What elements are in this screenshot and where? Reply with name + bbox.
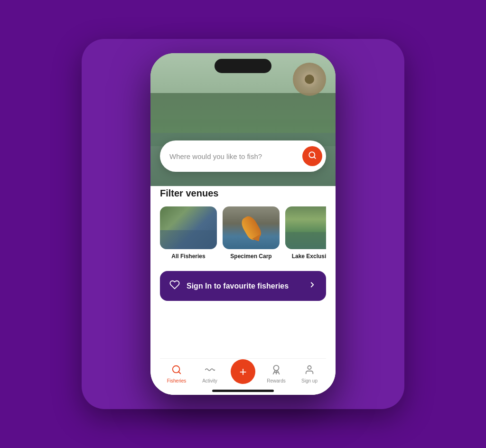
chevron-right-icon: [308, 280, 317, 291]
lake-exclusives-image: [285, 206, 326, 249]
hero-section: Where would you like to fish?: [150, 53, 336, 186]
signup-icon: [304, 364, 315, 377]
rewards-nav-label: Rewards: [267, 378, 285, 383]
svg-point-4: [274, 365, 279, 371]
specimen-carp-image: [223, 206, 280, 249]
spacer: [160, 301, 326, 358]
home-indicator: [212, 390, 274, 392]
filter-card-img-specimen-carp: [223, 206, 280, 249]
fisheries-search-icon: [171, 364, 182, 377]
nav-center: +: [226, 364, 260, 384]
svg-line-1: [314, 157, 315, 158]
filter-card-lake-exclusives[interactable]: Lake Exclusives: [285, 206, 326, 260]
nav-item-fisheries[interactable]: Fisheries: [160, 363, 193, 385]
svg-line-3: [178, 372, 180, 373]
nav-item-activity[interactable]: Activity: [193, 363, 226, 385]
filter-cards-row: All Fisheries Specimen Carp: [160, 206, 326, 261]
search-placeholder-text: Where would you like to fish?: [169, 152, 302, 160]
signup-nav-label: Sign up: [301, 378, 318, 383]
all-fisheries-image: [160, 206, 217, 249]
search-button[interactable]: [302, 146, 322, 166]
svg-point-5: [308, 366, 311, 369]
filter-card-img-all-fisheries: [160, 206, 217, 249]
plus-icon: +: [239, 365, 246, 378]
filter-venues-title: Filter venues: [160, 188, 326, 199]
filter-card-all-fisheries[interactable]: All Fisheries: [160, 206, 217, 260]
lake-exclusives-label: Lake Exclusives: [285, 253, 326, 260]
fishing-reel-decoration: [293, 63, 326, 96]
phone-notch: [215, 59, 271, 73]
phone-device: Where would you like to fish?: [150, 53, 336, 395]
filter-card-img-lake-exclusives: [285, 206, 326, 249]
heart-icon: [169, 280, 180, 292]
specimen-carp-label: Specimen Carp: [223, 253, 280, 260]
rewards-icon: [271, 364, 281, 377]
search-icon: [308, 151, 317, 162]
fish-decoration: [239, 214, 263, 242]
activity-nav-label: Activity: [202, 378, 217, 383]
search-bar[interactable]: Where would you like to fish?: [160, 140, 326, 172]
sign-in-banner[interactable]: Sign In to favourite fisheries: [160, 271, 326, 301]
main-content: Filter venues All Fisheries: [150, 177, 336, 395]
activity-icon: [205, 364, 215, 377]
sign-in-text: Sign In to favourite fisheries: [187, 282, 308, 290]
phone-screen: Where would you like to fish?: [150, 53, 336, 395]
nav-item-rewards[interactable]: Rewards: [260, 363, 293, 385]
fisheries-nav-label: Fisheries: [167, 378, 187, 383]
all-fisheries-label: All Fisheries: [160, 253, 217, 260]
search-bar-container: Where would you like to fish?: [160, 140, 326, 172]
add-button[interactable]: +: [231, 359, 255, 384]
filter-card-specimen-carp[interactable]: Specimen Carp: [223, 206, 280, 260]
outer-card: Where would you like to fish?: [82, 39, 404, 409]
nav-item-signup[interactable]: Sign up: [293, 363, 326, 385]
